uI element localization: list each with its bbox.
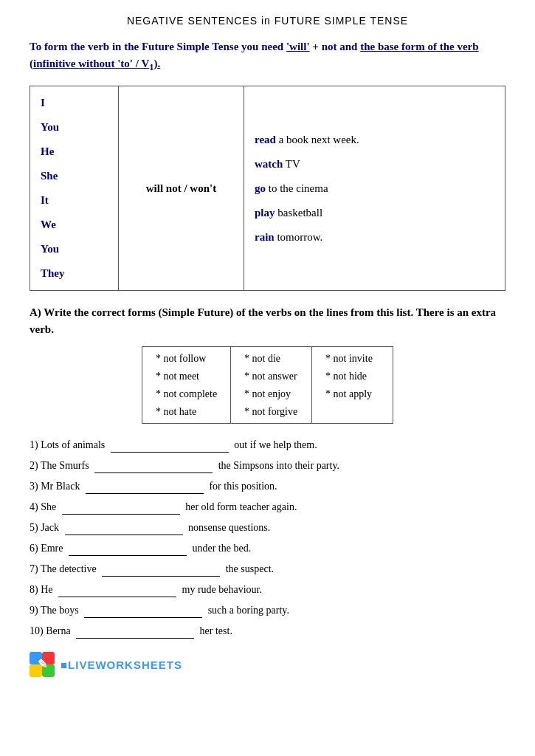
will-not-label: will not / won't (146, 182, 216, 194)
verb-not-hate: * not hate (156, 403, 217, 421)
exercise-4: 4) She her old form teacher again. (30, 499, 505, 515)
verb-not-enjoy: * not enjoy (244, 385, 298, 403)
ex5-blank[interactable] (65, 523, 183, 535)
footer-text: ■LIVEWORKSHEETS (61, 659, 182, 671)
ex2-after: the Simpsons into their party. (215, 460, 339, 471)
intro-middle: + not and (310, 41, 361, 52)
liveworksheets-logo: ✎ (30, 652, 55, 677)
pronoun-it: It (41, 188, 108, 213)
verb-rain: rain (255, 231, 275, 243)
pronoun-he: He (41, 140, 108, 164)
verb-col-3: * not invite * not hide * not apply (312, 347, 393, 424)
exercise-2: 2) The Smurfs the Simpsons into their pa… (30, 458, 505, 473)
ex3-blank[interactable] (86, 482, 204, 494)
pronoun-you1: You (41, 115, 108, 140)
example-5: rain tomorrow. (255, 225, 494, 250)
ex3-after: for this position. (207, 481, 277, 492)
ex10-blank[interactable] (76, 627, 194, 639)
will-not-cell: will not / won't (119, 86, 244, 291)
exercise-1: 1) Lots of animals out if we help them. (30, 437, 505, 453)
exercise-7: 7) The detective the suspect. (30, 561, 505, 577)
pronoun-you2: You (41, 237, 108, 261)
ex7-after: the suspect. (223, 563, 274, 574)
ex6-blank[interactable] (69, 544, 187, 556)
intro-will: 'will' (286, 41, 310, 52)
verb-watch: watch (255, 158, 283, 170)
ex1-blank[interactable] (111, 441, 229, 453)
ex2-blank[interactable] (94, 461, 213, 473)
pronoun-we: We (41, 213, 108, 237)
ex8-after: my rude behaviour. (179, 584, 262, 595)
footer-live: ■ (61, 659, 68, 671)
ex1-num: 1) Lots of animals (30, 439, 108, 450)
ex7-num: 7) The detective (30, 563, 99, 574)
ex4-blank[interactable] (62, 503, 180, 515)
verb-go: go (255, 182, 266, 194)
intro-text: To form the verb in the Future Simple Te… (30, 38, 505, 74)
verb-not-follow: * not follow (156, 350, 217, 368)
verb-read: read (255, 134, 276, 145)
ex7-blank[interactable] (102, 565, 220, 577)
verb-not-apply: * not apply (325, 385, 379, 403)
ex6-num: 6) Emre (30, 543, 66, 554)
verb-col-2: * not die * not answer * not enjoy * not… (231, 347, 312, 424)
verb-not-forgive: * not forgive (244, 403, 298, 421)
grammar-table: I You He She It We You They will not / w… (30, 86, 505, 291)
section-a-label: A) Write the correct forms (Simple Futur… (30, 304, 505, 337)
exercise-9: 9) The boys such a boring party. (30, 602, 505, 618)
verb-not-complete: * not complete (156, 385, 217, 403)
pronouns-cell: I You He She It We You They (30, 86, 119, 291)
ex10-after: her test. (197, 625, 232, 636)
exercise-6: 6) Emre under the bed. (30, 540, 505, 556)
verb-not-invite: * not invite (325, 350, 379, 368)
intro-before: To form the verb in the Future Simple Te… (30, 41, 286, 52)
ex8-num: 8) He (30, 584, 55, 595)
verb-list-table: * not follow * not meet * not complete *… (142, 346, 393, 424)
exercise-10: 10) Berna her test. (30, 623, 505, 639)
verb-not-meet: * not meet (156, 368, 217, 385)
ex10-num: 10) Berna (30, 625, 73, 636)
ex8-blank[interactable] (58, 585, 176, 597)
ex4-after: her old form teacher again. (183, 501, 297, 512)
exercise-5: 5) Jack nonsense questions. (30, 520, 505, 535)
verb-col-1: * not follow * not meet * not complete *… (142, 347, 230, 424)
page-title: NEGATIVE SENTENCES in FUTURE SIMPLE TENS… (30, 15, 505, 27)
example-3: go to the cinema (255, 176, 494, 201)
footer: ✎ ■LIVEWORKSHEETS (30, 652, 505, 677)
svg-text:✎: ✎ (38, 658, 47, 670)
pronoun-I: I (41, 91, 108, 115)
verb-not-die: * not die (244, 350, 298, 368)
ex6-after: under the bed. (190, 543, 251, 554)
example-1: read a book next week. (255, 128, 494, 152)
ex3-num: 3) Mr Black (30, 481, 83, 492)
pronoun-they: They (41, 261, 108, 286)
footer-liveworksheets: LIVEWORKSHEETS (68, 659, 182, 671)
ex9-blank[interactable] (84, 606, 202, 618)
ex5-num: 5) Jack (30, 522, 62, 533)
example-4: play basketball (255, 201, 494, 225)
verb-not-hide: * not hide (325, 368, 379, 385)
ex2-num: 2) The Smurfs (30, 460, 92, 471)
ex9-num: 9) The boys (30, 605, 81, 616)
logo-icon: ✎ (30, 652, 55, 677)
examples-cell: read a book next week. watch TV go to th… (244, 86, 505, 291)
intro-end: ). (153, 58, 160, 69)
exercise-3: 3) Mr Black for this position. (30, 478, 505, 494)
verb-not-answer: * not answer (244, 368, 298, 385)
example-2: watch TV (255, 152, 494, 176)
ex9-after: such a boring party. (205, 605, 289, 616)
ex5-after: nonsense questions. (186, 522, 271, 533)
exercise-8: 8) He my rude behaviour. (30, 582, 505, 597)
pronoun-she: She (41, 164, 108, 188)
exercises: 1) Lots of animals out if we help them. … (30, 437, 505, 639)
verb-play: play (255, 207, 275, 219)
ex1-after: out if we help them. (232, 439, 317, 450)
ex4-num: 4) She (30, 501, 59, 512)
